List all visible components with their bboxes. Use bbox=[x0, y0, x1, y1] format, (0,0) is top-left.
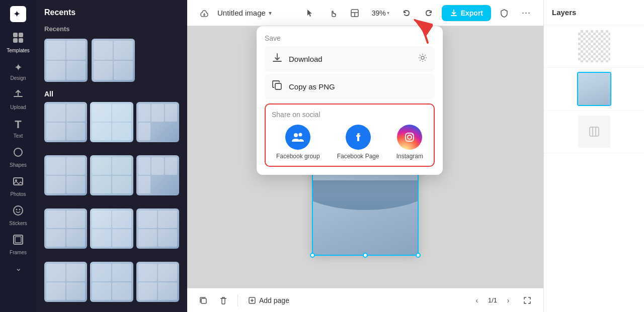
add-page-button[interactable]: Add page bbox=[244, 294, 293, 306]
list-item[interactable] bbox=[136, 102, 179, 142]
next-page-button[interactable]: › bbox=[501, 293, 515, 307]
upload-icon bbox=[13, 89, 24, 102]
checker-pattern bbox=[578, 30, 610, 62]
document-title-group[interactable]: Untitled image ▾ bbox=[217, 9, 272, 17]
layer-item[interactable] bbox=[544, 25, 644, 68]
left-sidebar: ✦ Templates ✦ Design Upload T Text bbox=[0, 0, 36, 312]
svg-rect-3 bbox=[19, 33, 23, 37]
list-item[interactable] bbox=[90, 102, 133, 142]
layout-tool-button[interactable] bbox=[346, 4, 364, 22]
facebook-page-button[interactable]: Facebook Page bbox=[337, 125, 379, 160]
download-settings-icon[interactable] bbox=[418, 53, 428, 65]
sidebar-item-shapes[interactable]: Shapes bbox=[0, 143, 36, 172]
layer-item-active[interactable] bbox=[544, 68, 644, 111]
instagram-label: Instagram bbox=[396, 153, 423, 160]
duplicate-button[interactable] bbox=[195, 292, 211, 308]
stickers-label: Stickers bbox=[9, 221, 27, 226]
frames-icon bbox=[13, 234, 24, 248]
sidebar-item-design[interactable]: ✦ Design bbox=[0, 57, 36, 85]
svg-point-12 bbox=[19, 209, 21, 211]
document-title: Untitled image bbox=[217, 9, 266, 17]
page-navigation: ‹ 1/1 › bbox=[470, 293, 515, 307]
layer-item-blank[interactable] bbox=[544, 111, 644, 153]
top-toolbar: Untitled image ▾ 39% ▾ bbox=[187, 0, 543, 26]
svg-point-32 bbox=[299, 133, 302, 137]
svg-rect-2 bbox=[13, 33, 18, 37]
svg-point-34 bbox=[408, 135, 412, 139]
app-logo[interactable]: ✦ bbox=[8, 4, 28, 24]
templates-label: Templates bbox=[7, 48, 30, 53]
redo-button[interactable] bbox=[420, 4, 438, 22]
shield-button[interactable] bbox=[495, 4, 513, 22]
sidebar-expand[interactable]: ⌄ bbox=[0, 259, 36, 277]
layers-title: Layers bbox=[544, 0, 644, 25]
list-item[interactable] bbox=[92, 39, 135, 82]
sidebar-item-stickers[interactable]: Stickers bbox=[0, 201, 36, 230]
zoom-control[interactable]: 39% ▾ bbox=[368, 7, 393, 19]
list-item[interactable] bbox=[90, 209, 133, 249]
facebook-group-button[interactable]: Facebook group bbox=[276, 125, 320, 160]
instagram-button[interactable]: Instagram bbox=[396, 125, 423, 160]
svg-rect-5 bbox=[19, 38, 23, 43]
copy-png-label: Copy as PNG bbox=[289, 82, 428, 91]
sidebar-item-templates[interactable]: Templates bbox=[0, 28, 36, 57]
shapes-label: Shapes bbox=[10, 162, 27, 168]
list-item[interactable] bbox=[44, 39, 88, 82]
zoom-chevron-icon: ▾ bbox=[387, 10, 389, 16]
facebook-group-label: Facebook group bbox=[276, 153, 320, 160]
sidebar-item-upload[interactable]: Upload bbox=[0, 85, 36, 114]
prev-icon: ‹ bbox=[476, 296, 478, 304]
svg-rect-30 bbox=[275, 83, 281, 89]
chevron-down-icon: ⌄ bbox=[15, 263, 22, 273]
more-button[interactable]: ··· bbox=[517, 4, 535, 22]
list-item[interactable] bbox=[90, 262, 133, 302]
recent-templates bbox=[36, 37, 187, 88]
main-area: Untitled image ▾ 39% ▾ bbox=[187, 0, 543, 312]
list-item[interactable] bbox=[44, 209, 87, 249]
download-option[interactable]: Download bbox=[265, 46, 435, 72]
list-item[interactable] bbox=[44, 155, 87, 195]
list-item[interactable] bbox=[44, 102, 87, 142]
download-icon bbox=[272, 52, 283, 66]
list-item[interactable] bbox=[136, 262, 179, 302]
next-icon: › bbox=[507, 296, 510, 304]
design-icon: ✦ bbox=[14, 61, 23, 73]
text-label: Text bbox=[14, 133, 23, 139]
photos-icon bbox=[13, 176, 24, 189]
save-section-label: Save bbox=[265, 34, 435, 42]
save-button[interactable] bbox=[195, 4, 213, 22]
photos-label: Photos bbox=[10, 191, 26, 197]
sidebar-item-text[interactable]: T Text bbox=[0, 114, 36, 143]
svg-text:✦: ✦ bbox=[13, 9, 21, 19]
facebook-page-label: Facebook Page bbox=[337, 153, 379, 160]
hand-tool-button[interactable] bbox=[324, 4, 342, 22]
templates-icon bbox=[13, 32, 24, 46]
export-label: Export bbox=[461, 9, 483, 17]
svg-rect-25 bbox=[201, 298, 206, 303]
expand-button[interactable] bbox=[519, 292, 535, 308]
list-item[interactable] bbox=[136, 209, 179, 249]
sidebar-item-photos[interactable]: Photos bbox=[0, 172, 36, 201]
water-decoration bbox=[313, 180, 418, 254]
layers-panel: Layers bbox=[543, 0, 644, 312]
undo-button[interactable] bbox=[397, 4, 416, 22]
svg-point-11 bbox=[16, 209, 18, 211]
cursor-tool-button[interactable] bbox=[301, 4, 319, 22]
copy-png-option[interactable]: Copy as PNG bbox=[265, 74, 435, 99]
sidebar-item-frames[interactable]: Frames bbox=[0, 230, 36, 259]
prev-page-button[interactable]: ‹ bbox=[470, 293, 484, 307]
design-label: Design bbox=[10, 75, 26, 81]
page-counter: 1/1 bbox=[488, 296, 497, 304]
delete-button[interactable] bbox=[215, 292, 231, 308]
more-icon: ··· bbox=[522, 8, 531, 18]
export-button[interactable]: Export bbox=[442, 5, 491, 21]
add-page-label: Add page bbox=[259, 296, 289, 304]
list-item[interactable] bbox=[90, 155, 133, 195]
panel-title: Recents bbox=[36, 0, 187, 21]
stickers-icon bbox=[13, 205, 24, 219]
list-item[interactable] bbox=[44, 262, 87, 302]
instagram-icon bbox=[397, 125, 422, 150]
list-item[interactable] bbox=[136, 155, 179, 195]
export-dropdown: Save Download bbox=[257, 26, 443, 175]
bottom-divider bbox=[237, 294, 238, 306]
